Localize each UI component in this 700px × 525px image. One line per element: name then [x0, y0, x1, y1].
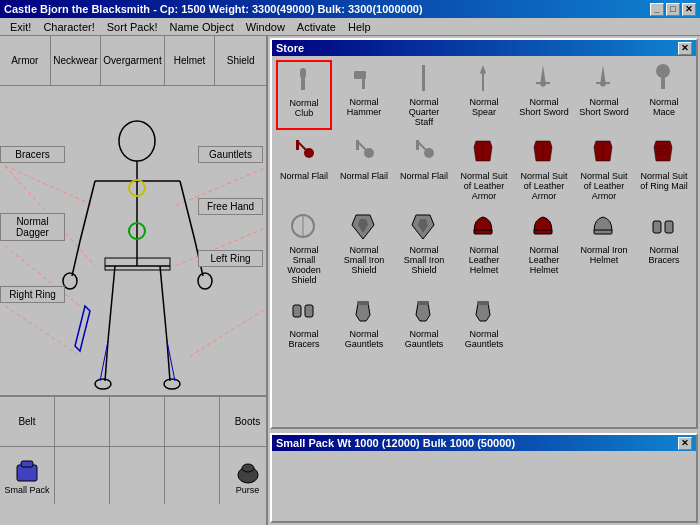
wshield-icon — [288, 211, 320, 243]
svg-rect-48 — [296, 140, 299, 150]
svg-rect-43 — [596, 82, 610, 84]
item-leather-armor2[interactable]: Normal Suit of Leather Armor — [516, 134, 572, 204]
slot2[interactable] — [55, 397, 110, 446]
free-hand-slot[interactable]: Free Hand — [198, 198, 263, 215]
store-close-button[interactable]: ✕ — [678, 42, 692, 55]
inventory-slots: Small Pack Purse — [0, 446, 266, 504]
title-text: Castle Bjorn the Blacksmith - Cp: 1500 W… — [4, 3, 423, 15]
item-bracers-store[interactable]: Normal Bracers — [636, 208, 692, 288]
svg-rect-70 — [665, 221, 673, 233]
item-iron-shield2[interactable]: Normal Small Iron Shield — [396, 208, 452, 288]
normal-dagger-slot[interactable]: Normal Dagger — [0, 213, 65, 241]
purse-slot[interactable]: Purse — [220, 447, 268, 504]
menu-window[interactable]: Window — [240, 20, 291, 33]
svg-point-32 — [242, 464, 254, 472]
close-button[interactable]: ✕ — [682, 3, 696, 16]
svg-rect-45 — [661, 76, 665, 89]
small-pack-slot[interactable]: Small Pack — [0, 447, 55, 504]
minimize-button[interactable]: _ — [650, 3, 664, 16]
helmet-slot[interactable]: Helmet — [165, 36, 216, 85]
neckwear-slot[interactable]: Neckwear — [51, 36, 102, 85]
char-body-area: Bracers Normal Dagger Right Ring Gauntle… — [0, 86, 266, 396]
svg-rect-68 — [594, 230, 612, 234]
left-panel: Armor Neckwear Overgarment Helmet Shield — [0, 36, 268, 525]
item-normal-quarter-staff[interactable]: Normal Quarter Staff — [396, 60, 452, 130]
maximize-button[interactable]: □ — [666, 3, 680, 16]
leather2-icon — [528, 137, 560, 169]
svg-rect-37 — [422, 65, 425, 91]
svg-rect-73 — [357, 301, 369, 305]
gauntlets3-icon — [468, 295, 500, 327]
item-leather-armor3[interactable]: Normal Suit of Leather Armor — [576, 134, 632, 204]
ishield2-icon — [408, 211, 440, 243]
shield-slot[interactable]: Shield — [215, 36, 266, 85]
item-leather-helmet1[interactable]: Normal Leather Helmet — [456, 208, 512, 288]
menu-exit[interactable]: Exit! — [4, 20, 37, 33]
staff-icon — [408, 63, 440, 95]
right-ring-slot[interactable]: Right Ring — [0, 286, 65, 303]
svg-point-50 — [364, 148, 374, 158]
item-normal-spear[interactable]: Normal Spear — [456, 60, 512, 130]
purse-icon — [234, 457, 262, 485]
item-gauntlets2[interactable]: Normal Gauntlets — [396, 292, 452, 352]
item-bracers2-store[interactable]: Normal Bracers — [276, 292, 332, 352]
gauntlets-slot[interactable]: Gauntlets — [198, 146, 263, 163]
title-bar: Castle Bjorn the Blacksmith - Cp: 1500 W… — [0, 0, 700, 18]
item-normal-flail3[interactable]: Normal Flail — [396, 134, 452, 204]
svg-point-23 — [95, 379, 111, 389]
item-normal-flail2[interactable]: Normal Flail — [336, 134, 392, 204]
item-gauntlets3[interactable]: Normal Gauntlets — [456, 292, 512, 352]
leather3-icon — [588, 137, 620, 169]
inv-slot2[interactable] — [55, 447, 110, 504]
pack-content[interactable] — [272, 451, 696, 521]
left-ring-slot[interactable]: Left Ring — [198, 250, 263, 267]
item-iron-shield1[interactable]: Normal Small Iron Shield — [336, 208, 392, 288]
belt-slot[interactable]: Belt — [0, 397, 55, 446]
left-slots: Bracers Normal Dagger Right Ring — [0, 146, 68, 303]
item-gauntlets1[interactable]: Normal Gauntlets — [336, 292, 392, 352]
item-wooden-shield[interactable]: Normal Small Wooden Shield — [276, 208, 332, 288]
overgarment-slot[interactable]: Overgarment — [101, 36, 164, 85]
menu-character[interactable]: Character! — [37, 20, 100, 33]
item-normal-club[interactable]: Normal Club — [276, 60, 332, 130]
sword2-icon — [588, 63, 620, 95]
svg-line-19 — [160, 266, 167, 341]
item-normal-hammer[interactable]: Normal Hammer — [336, 60, 392, 130]
item-ring-mail[interactable]: Normal Suit of Ring Mail — [636, 134, 692, 204]
lhelmet1-icon — [468, 211, 500, 243]
inv-slot3[interactable] — [110, 447, 165, 504]
item-short-sword1[interactable]: Normal Short Sword — [516, 60, 572, 130]
slot4[interactable] — [165, 397, 220, 446]
svg-line-17 — [108, 266, 115, 341]
svg-rect-69 — [653, 221, 661, 233]
pack-close-button[interactable]: ✕ — [678, 437, 692, 450]
right-slots: Gauntlets Free Hand Left Ring — [198, 146, 266, 267]
item-normal-mace[interactable]: Normal Mace — [636, 60, 692, 130]
gauntlets2-icon — [408, 295, 440, 327]
item-iron-helmet[interactable]: Normal Iron Helmet — [576, 208, 632, 288]
item-normal-flail1[interactable]: Normal Flail — [276, 134, 332, 204]
slot3[interactable] — [110, 397, 165, 446]
armor-slot[interactable]: Armor — [0, 36, 51, 85]
ishield1-icon — [348, 211, 380, 243]
flail2-icon — [348, 137, 380, 169]
store-window: Store ✕ Normal Club Normal Hammer — [270, 38, 698, 429]
gauntlets1-icon — [348, 295, 380, 327]
inv-slot4[interactable] — [165, 447, 220, 504]
svg-rect-39 — [482, 73, 484, 91]
menu-sortpack[interactable]: Sort Pack! — [101, 20, 164, 33]
item-leather-helmet2[interactable]: Normal Leather Helmet — [516, 208, 572, 288]
svg-line-6 — [190, 306, 268, 356]
menu-activate[interactable]: Activate — [291, 20, 342, 33]
bracers-slot[interactable]: Bracers — [0, 146, 65, 163]
flail1-icon — [288, 137, 320, 169]
svg-rect-66 — [474, 230, 492, 234]
svg-point-24 — [164, 379, 180, 389]
item-short-sword2[interactable]: Normal Short Sword — [576, 60, 632, 130]
menu-nameobject[interactable]: Name Object — [164, 20, 240, 33]
main-layout: Armor Neckwear Overgarment Helmet Shield — [0, 36, 700, 525]
menu-help[interactable]: Help — [342, 20, 377, 33]
svg-rect-41 — [536, 82, 550, 84]
boots-slot[interactable]: Boots — [220, 397, 268, 446]
item-leather-armor1[interactable]: Normal Suit of Leather Armor — [456, 134, 512, 204]
